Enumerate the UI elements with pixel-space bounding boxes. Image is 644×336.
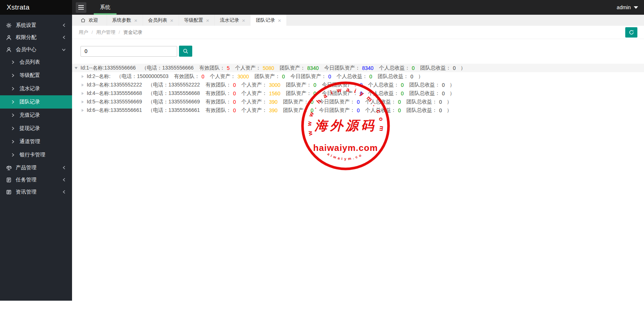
search-button[interactable] xyxy=(179,46,192,57)
tree-row-4[interactable]: Id:4--名称:13355556668（电话：13355556668有效团队：… xyxy=(72,89,644,98)
record-phone: （电话：13355556666 xyxy=(142,65,194,71)
today_team_assets-label: 今日团队资产： xyxy=(290,73,326,80)
sidebar-subitem-member-list[interactable]: 会员列表 xyxy=(0,56,72,69)
tab-close-icon[interactable]: × xyxy=(170,18,173,23)
tree-row-2[interactable]: Id:2--名称:（电话：15000000503有效团队：0个人资产：3000团… xyxy=(72,72,644,81)
sidebar-item-label: 任务管理 xyxy=(16,177,36,183)
tab-level-config[interactable]: 等级配置× xyxy=(179,15,215,26)
personal_income-label: 个人总收益： xyxy=(337,73,368,80)
valid_team-value: 0 xyxy=(233,91,236,96)
tree-row-1[interactable]: Id:1--名称:13355556666（电话：13355556666有效团队：… xyxy=(72,64,644,72)
expand-arrow-icon[interactable] xyxy=(82,109,84,112)
team_assets-value: 0 xyxy=(282,74,285,79)
personal_assets-label: 个人资产： xyxy=(242,82,267,88)
sidebar-item-task-manage[interactable]: 任务管理 xyxy=(0,174,72,186)
sidebar-subitem-recharge-records[interactable]: 充值记录 xyxy=(0,109,72,122)
sidebar-subitem-flow-records[interactable]: 流水记录 xyxy=(0,82,72,95)
menu-toggle-button[interactable] xyxy=(76,2,86,13)
chevron-down-icon xyxy=(634,6,638,9)
personal_assets-value: 390 xyxy=(269,99,278,105)
team_assets-value: 0 xyxy=(314,82,316,88)
gear-icon xyxy=(6,22,12,28)
tab-bar: 欢迎系统参数×会员列表×等级配置×流水记录×团队记录× xyxy=(72,15,644,26)
sidebar-item-label: 会员中心 xyxy=(16,46,36,53)
expand-arrow-icon[interactable] xyxy=(82,75,84,78)
chevron-right-icon xyxy=(11,60,15,64)
tab-close-icon[interactable]: × xyxy=(278,18,281,23)
topbar-tab-label: 系统 xyxy=(100,4,110,10)
close-paren: ） xyxy=(450,90,455,97)
team_income-label: 团队总收益： xyxy=(409,90,440,97)
collapse-arrow-icon[interactable] xyxy=(75,67,78,69)
personal_income-value: 0 xyxy=(398,107,401,113)
breadcrumb-row: 用户/用户管理/资金记录 xyxy=(72,26,644,39)
record-title: Id:5--名称:13355556669 xyxy=(87,99,142,105)
valid_team-value: 0 xyxy=(201,74,204,79)
tab-close-icon[interactable]: × xyxy=(134,18,137,23)
sidebar-subitem-label: 提现记录 xyxy=(19,125,40,132)
expand-arrow-icon[interactable] xyxy=(82,84,84,86)
valid_team-label: 有效团队： xyxy=(205,99,231,105)
breadcrumb-item[interactable]: 用户 xyxy=(79,29,88,36)
personal_assets-label: 个人资产： xyxy=(242,107,267,114)
sidebar-subitem-level-config[interactable]: 等级配置 xyxy=(0,69,72,82)
team_income-value: 0 xyxy=(442,91,445,96)
sidebar-item-label: 系统设置 xyxy=(16,22,36,29)
sidebar-subitem-withdraw-records[interactable]: 提现记录 xyxy=(0,122,72,135)
chevron-right-icon xyxy=(11,139,15,144)
sidebar-subitem-team-records[interactable]: 团队记录 xyxy=(0,95,72,109)
sidebar-subitem-bankcard-manage[interactable]: 银行卡管理 xyxy=(0,148,72,162)
expand-arrow-icon[interactable] xyxy=(82,100,84,103)
breadcrumb-separator: / xyxy=(92,29,93,35)
chevron-right-icon xyxy=(11,153,15,157)
sidebar-item-permission-assign[interactable]: 权限分配 xyxy=(0,31,72,43)
tree-row-5[interactable]: Id:5--名称:13355556669（电话：13355556669有效团队：… xyxy=(72,98,644,106)
chevron-left-icon xyxy=(62,177,66,182)
topbar-tab-system[interactable]: 系统 xyxy=(94,0,117,15)
team_income-label: 团队总收益： xyxy=(406,99,437,105)
sidebar-item-news-manage[interactable]: 资讯管理 xyxy=(0,186,72,198)
sidebar-subitem-label: 团队记录 xyxy=(19,99,40,105)
chevron-left-icon xyxy=(62,35,66,40)
tree-row-6[interactable]: Id:6--名称:13355556661（电话：13355556661有效团队：… xyxy=(72,106,644,114)
personal_assets-label: 个人资产： xyxy=(210,73,236,80)
tab-system-params[interactable]: 系统参数× xyxy=(107,15,143,26)
sidebar-subitem-label: 流水记录 xyxy=(19,85,40,92)
personal_income-label: 个人总收益： xyxy=(368,82,399,88)
today_team_assets-value: 0 xyxy=(357,107,360,113)
sidebar-subitem-channel-manage[interactable]: 通道管理 xyxy=(0,135,72,148)
refresh-button[interactable] xyxy=(625,27,637,38)
tab-close-icon[interactable]: × xyxy=(242,18,245,23)
record-phone: （电话：13355556669 xyxy=(148,99,200,105)
tab-label: 欢迎 xyxy=(89,17,98,24)
close-paren: ） xyxy=(447,107,452,114)
team_assets-label: 团队资产： xyxy=(254,73,280,80)
tab-member-list[interactable]: 会员列表× xyxy=(143,15,179,26)
sidebar-item-system-settings[interactable]: 系统设置 xyxy=(0,19,72,31)
tab-flow-records[interactable]: 流水记录× xyxy=(214,15,250,26)
refresh-icon xyxy=(629,29,634,35)
tab-label: 等级配置 xyxy=(184,17,203,24)
team_income-value: 0 xyxy=(439,99,442,105)
record-phone: （电话：15000000503 xyxy=(117,73,169,80)
record-title: Id:3--名称:13355552222 xyxy=(87,82,142,88)
chevron-right-icon xyxy=(11,126,15,131)
search-input[interactable] xyxy=(80,46,177,57)
sidebar-item-member-center[interactable]: 会员中心 xyxy=(0,43,72,56)
tab-welcome[interactable]: 欢迎 xyxy=(72,15,107,26)
team_income-value: 0 xyxy=(453,65,456,71)
sidebar-item-product-manage[interactable]: 产品管理 xyxy=(0,162,72,174)
valid_team-label: 有效团队： xyxy=(205,90,231,97)
breadcrumb-item[interactable]: 用户管理 xyxy=(96,29,115,36)
personal_income-label: 个人总收益： xyxy=(365,99,396,105)
tree-row-3[interactable]: Id:3--名称:13355552222（电话：13355552222有效团队：… xyxy=(72,81,644,89)
app-logo: Xstrata xyxy=(0,0,72,15)
tab-team-records[interactable]: 团队记录× xyxy=(250,15,286,26)
tab-label: 系统参数 xyxy=(112,17,131,24)
expand-arrow-icon[interactable] xyxy=(82,92,84,95)
user-menu[interactable]: admin xyxy=(617,4,638,10)
record-title: Id:6--名称:13355556661 xyxy=(87,107,142,114)
team_assets-value: 0 xyxy=(311,107,314,113)
personal_assets-label: 个人资产： xyxy=(235,65,261,71)
tab-close-icon[interactable]: × xyxy=(206,18,210,23)
